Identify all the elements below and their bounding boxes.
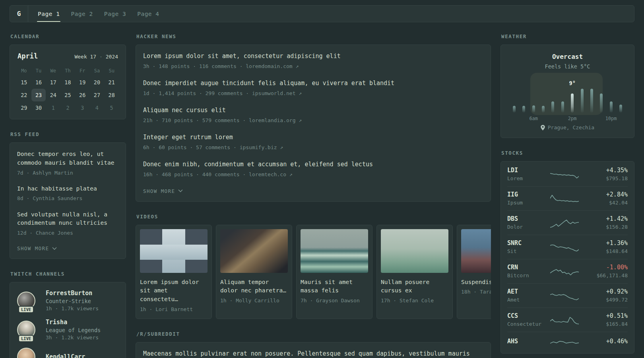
- video-thumbnail[interactable]: [461, 229, 491, 273]
- reddit-post-title[interactable]: Maecenas mollis pulvinar erat non posuer…: [143, 350, 483, 358]
- calendar-day: 1: [46, 101, 60, 114]
- video-thumbnail[interactable]: [301, 229, 368, 273]
- stock-name: Bitcorn: [507, 272, 542, 278]
- page-tab[interactable]: Page 1: [32, 6, 65, 22]
- time-label: 2pm: [568, 116, 577, 121]
- rss-widget: RSS FEED Donec tempor eros leo, ut commo…: [10, 131, 126, 259]
- channel-game: Counter-Strike: [46, 298, 118, 304]
- twitch-channel-row[interactable]: LIVE ForrestBurton Counter-Strike 1h · 1…: [17, 290, 118, 311]
- hn-story-meta[interactable]: 1d · 1,414 points · 299 comments · ipsum…: [143, 90, 483, 97]
- temp-bar: [522, 106, 525, 113]
- hn-story-title[interactable]: Donec imperdiet augue tincidunt felis al…: [143, 79, 483, 88]
- channel-name[interactable]: KendallCarr: [46, 353, 118, 358]
- stock-identity: DBS Dolor: [507, 215, 542, 230]
- live-badge: LIVE: [18, 335, 34, 342]
- stock-price: $156.28: [586, 224, 628, 230]
- video-card[interactable]: Aliquam tempor dolor nec pharetra… 1h · …: [216, 225, 292, 319]
- channel-name[interactable]: ForrestBurton: [46, 290, 118, 297]
- videos-widget-title: VIDEOS: [136, 214, 491, 220]
- video-card[interactable]: Nullam posuere cursus ex 17h · Stefan Co…: [376, 225, 453, 319]
- stock-sparkline: [550, 193, 579, 204]
- stocks-card: LDI Lorem +4.35% $795.18: [500, 161, 634, 354]
- calendar-week-year: Week 17 · 2024: [74, 54, 118, 60]
- rss-item: Donec tempor eros leo, ut commodo mauris…: [17, 150, 118, 177]
- weather-hourly-chart: 6am: [513, 88, 622, 113]
- hn-story-meta[interactable]: 16h · 468 points · 440 comments · loremt…: [143, 171, 483, 178]
- stock-price: $165.84: [586, 321, 628, 327]
- dashboard-page: G Page 1 Page 2 Page 3 Page 4 CALENDAR A…: [0, 0, 644, 358]
- video-title[interactable]: Aliquam tempor dolor nec pharetra…: [220, 278, 288, 296]
- stock-sparkline: [550, 241, 579, 253]
- video-title[interactable]: Mauris sit amet massa felis: [301, 278, 368, 296]
- weather-hour-bar: [581, 88, 584, 113]
- calendar-day: 4: [90, 101, 105, 114]
- video-title[interactable]: Suspendisse diam: [461, 278, 491, 287]
- twitch-channel-row[interactable]: KendallCarr: [17, 348, 118, 358]
- stock-name: Amet: [507, 297, 542, 303]
- twitch-channel-row[interactable]: LIVE Trisha League of Legends 3h · 1.2k …: [17, 319, 118, 340]
- weather-location: Prague, Czechia: [507, 125, 628, 130]
- stock-name: Sit: [507, 248, 542, 254]
- temp-bar: [561, 101, 564, 113]
- rss-item-title[interactable]: Donec tempor eros leo, ut commodo mauris…: [17, 150, 118, 167]
- stock-sparkline: [550, 314, 579, 325]
- hackernews-show-more-button[interactable]: SHOW MORE: [143, 187, 183, 196]
- calendar-day: 24: [46, 89, 60, 101]
- twitch-widget-title: TWITCH CHANNELS: [10, 271, 126, 277]
- temp-bar: [571, 93, 574, 113]
- hackernews-list: Lorem ipsum dolor sit amet, consectetur …: [143, 52, 483, 178]
- time-label: 6am: [529, 116, 538, 121]
- calendar-day: 22: [17, 89, 31, 101]
- rss-card: Donec tempor eros leo, ut commodo mauris…: [10, 142, 126, 259]
- chevron-down-icon: [52, 247, 57, 250]
- stock-name: Dolor: [507, 224, 542, 230]
- weather-card: Overcast Feels like 5°C: [500, 45, 634, 138]
- stock-symbol: AHS: [507, 338, 542, 345]
- video-title[interactable]: Lorem ipsum dolor sit amet consectetu…: [140, 278, 208, 304]
- hn-story-title[interactable]: Donec enim nibh, condimentum et accumsan…: [143, 160, 483, 169]
- hn-story-title[interactable]: Integer eget rutrum lorem: [143, 133, 483, 142]
- calendar-day: 21: [104, 76, 119, 89]
- stock-row: IIG Ipsum +2.84% $42.04: [507, 186, 628, 210]
- page-tab[interactable]: Page 4: [132, 6, 165, 22]
- hn-story: Donec enim nibh, condimentum et accumsan…: [143, 160, 483, 178]
- stock-identity: CRN Bitcorn: [507, 264, 542, 278]
- rss-show-more-button[interactable]: SHOW MORE: [17, 245, 57, 253]
- stock-name: Lorem: [507, 175, 542, 181]
- hn-story-meta[interactable]: 21h · 710 points · 579 comments · loreml…: [143, 117, 483, 124]
- hn-story: Integer eget rutrum lorem 6h · 60 points…: [143, 133, 483, 151]
- stock-row: DBS Dolor +1.42% $156.28: [507, 210, 628, 235]
- stock-price: $66,171.48: [586, 272, 628, 278]
- location-pin-icon: [541, 125, 545, 130]
- stock-symbol: CRN: [507, 264, 542, 271]
- channel-info: KendallCarr: [46, 353, 118, 358]
- page-tabs: Page 1 Page 2 Page 3 Page 4: [28, 6, 165, 22]
- temp-bar: [619, 105, 622, 113]
- video-title[interactable]: Nullam posuere cursus ex: [381, 278, 448, 296]
- app-logo[interactable]: G: [10, 6, 28, 22]
- video-meta: 7h · Grayson Dawson: [301, 297, 368, 304]
- weekday-label: Th: [60, 64, 75, 76]
- page-tab[interactable]: Page 2: [65, 6, 98, 22]
- calendar-day: 29: [17, 101, 31, 114]
- video-thumbnail[interactable]: [140, 229, 208, 273]
- rss-item-title[interactable]: Sed volutpat nulla nisl, a condimentum n…: [17, 210, 118, 228]
- video-thumbnail[interactable]: [220, 229, 288, 273]
- time-label: 10pm: [605, 116, 617, 121]
- hn-story-meta[interactable]: 3h · 148 points · 116 comments · loremdo…: [143, 63, 483, 70]
- stock-values: -1.00% $66,171.48: [586, 264, 628, 278]
- channel-name[interactable]: Trisha: [46, 319, 118, 326]
- stock-values: +0.51% $165.84: [586, 312, 628, 327]
- rss-item-meta: 7d · Ashlyn Martin: [17, 169, 118, 177]
- video-card[interactable]: Suspendisse diam 18h · Tara: [457, 225, 491, 319]
- video-card[interactable]: Mauris sit amet massa felis 7h · Grayson…: [296, 225, 372, 319]
- hn-story-meta[interactable]: 6h · 60 points · 57 comments · ipsumify.…: [143, 144, 483, 151]
- calendar-month: April: [17, 52, 38, 60]
- video-thumbnail[interactable]: [381, 229, 448, 273]
- rss-item-title[interactable]: In hac habitasse platea: [17, 185, 118, 193]
- video-card[interactable]: Lorem ipsum dolor sit amet consectetu… 1…: [136, 225, 212, 319]
- live-badge: LIVE: [18, 306, 34, 313]
- hn-story-title[interactable]: Aliquam nec cursus elit: [143, 106, 483, 115]
- hn-story-title[interactable]: Lorem ipsum dolor sit amet, consectetur …: [143, 52, 483, 61]
- page-tab[interactable]: Page 3: [99, 6, 132, 22]
